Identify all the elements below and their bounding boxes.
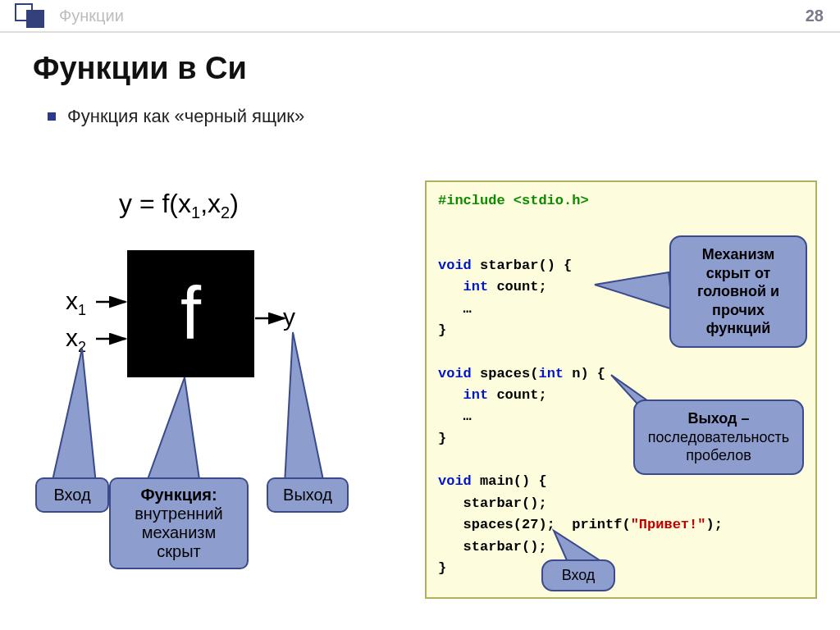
callout-mechanism: Механизм скрыт от головной и прочих функ… [669, 235, 807, 348]
page-number: 28 [806, 7, 824, 25]
callout-input: Вход [35, 477, 109, 513]
callout-function: Функция: внутренний механизм скрыт [109, 477, 249, 569]
slide-header: Функции [0, 0, 840, 33]
callout-function-b: Функция: [140, 486, 217, 504]
callout-code-input-text: Вход [562, 567, 596, 583]
svg-marker-4 [144, 377, 201, 491]
header-title: Функции [59, 7, 124, 25]
svg-marker-5 [285, 332, 324, 484]
bullet-icon [48, 112, 56, 121]
bullet-row: Функция как «черный ящик» [48, 106, 807, 127]
callout-code-output-rest: последовательность пробелов [648, 429, 789, 464]
bullet-text: Функция как «черный ящик» [67, 106, 304, 127]
logo-icon [15, 3, 49, 28]
code-panel: #include <stdio.h> void starbar() { int … [425, 180, 817, 599]
page-title: Функции в Си [33, 51, 807, 86]
callout-code-input: Вход [541, 559, 615, 591]
callout-code-output: Выход – последовательность пробелов [633, 399, 804, 475]
svg-marker-3 [52, 349, 96, 484]
callout-output: Выход [267, 477, 349, 513]
callout-output-text: Выход [283, 486, 332, 504]
callout-code-output-b: Выход – [687, 410, 749, 427]
blackbox-diagram: y = f(x1,x2) x1 x2 y f Вход Функция: вну… [45, 189, 390, 599]
callout-mechanism-text: Механизм скрыт от головной и прочих функ… [697, 246, 779, 336]
svg-marker-6 [595, 272, 673, 309]
callout-input-text: Вход [53, 486, 90, 504]
callout-function-rest: внутренний механизм скрыт [135, 504, 223, 560]
